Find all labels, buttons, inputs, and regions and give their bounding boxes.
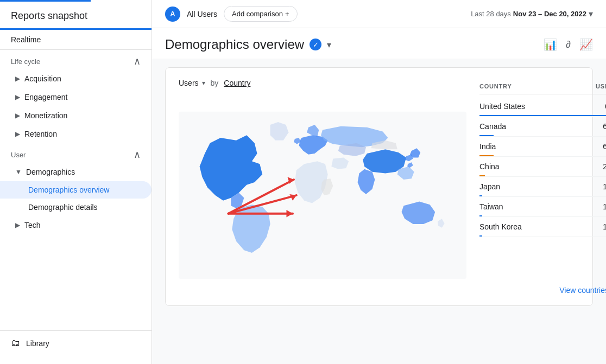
user-chevron: ∧ xyxy=(134,149,141,161)
sidebar-nav-item-demographics[interactable]: ▼ Demographics xyxy=(0,163,152,181)
sidebar-section-lifecycle[interactable]: Life cycle ∧ xyxy=(0,50,152,69)
trend-icon[interactable]: 📈 xyxy=(579,38,593,51)
lifecycle-chevron: ∧ xyxy=(134,55,141,67)
demographics-label: Demographics xyxy=(26,168,75,176)
view-countries-link[interactable]: View countries → xyxy=(479,277,606,295)
lifecycle-label: Life cycle xyxy=(11,58,40,66)
topbar-right: Last 28 days Nov 23 – Dec 20, 2022 ▾ xyxy=(471,9,593,19)
sidebar-nav-item-retention[interactable]: ▶ Retention xyxy=(0,125,152,143)
metric-dropdown-icon[interactable]: ▾ xyxy=(202,79,205,87)
country-bar xyxy=(479,115,606,116)
monetization-label: Monetization xyxy=(24,111,67,120)
chevron-right-icon: ▶ xyxy=(15,221,20,229)
country-bar xyxy=(479,175,485,176)
main-content: A All Users Add comparison + Last 28 day… xyxy=(152,0,606,364)
country-row: Taiwan1.2K xyxy=(479,197,606,217)
sidebar-header: Reports snapshot xyxy=(0,2,152,30)
engagement-label: Engagement xyxy=(24,93,67,101)
check-circle-icon: ✓ xyxy=(310,39,321,50)
by-label: by xyxy=(211,79,219,87)
country-bar xyxy=(479,135,494,136)
country-name: United States xyxy=(479,102,525,111)
sidebar-sub-item-demographic-details[interactable]: Demographic details xyxy=(0,199,152,216)
sidebar-library[interactable]: 🗂 Library xyxy=(0,330,152,355)
metric-label[interactable]: Users xyxy=(179,79,199,87)
country-row: India6.7K xyxy=(479,137,606,157)
sidebar-nav-item-monetization[interactable]: ▶ Monetization xyxy=(0,106,152,125)
dimension-label[interactable]: Country xyxy=(224,79,250,87)
country-table-header: COUNTRY USERS xyxy=(479,79,606,94)
map-selector: Users ▾ by Country xyxy=(179,79,466,87)
library-icon: 🗂 xyxy=(11,337,21,349)
tech-label: Tech xyxy=(24,221,41,229)
sidebar-nav-item-engagement[interactable]: ▶ Engagement xyxy=(0,88,152,106)
country-row: United States68K xyxy=(479,97,606,117)
acquisition-label: Acquisition xyxy=(24,74,61,83)
users-col-header: USERS xyxy=(596,83,606,90)
chevron-right-icon: ▶ xyxy=(15,130,20,138)
country-value: 6.7K xyxy=(603,142,606,151)
date-expand-icon[interactable]: ▾ xyxy=(589,9,593,19)
topbar: A All Users Add comparison + Last 28 day… xyxy=(152,0,606,28)
country-bar xyxy=(479,155,494,156)
country-name: Japan xyxy=(479,182,500,191)
country-row: Japan1.4K xyxy=(479,177,606,197)
country-rows-container: United States68KCanada6.9KIndia6.7KChina… xyxy=(479,97,606,237)
country-row: Canada6.9K xyxy=(479,117,606,137)
map-card: Users ▾ by Country xyxy=(165,67,593,306)
world-map-svg xyxy=(179,111,466,279)
chevron-right-icon: ▶ xyxy=(15,93,20,101)
country-value: 1.2K xyxy=(603,202,606,211)
demographics-overview-label: Demographics overview xyxy=(28,186,109,194)
country-value: 6.9K xyxy=(603,122,606,131)
country-name: China xyxy=(479,162,500,171)
country-name: India xyxy=(479,142,496,151)
map-section: Users ▾ by Country xyxy=(179,79,466,295)
add-comparison-button[interactable]: Add comparison + xyxy=(224,6,298,22)
sidebar-nav-item-tech[interactable]: ▶ Tech xyxy=(0,216,152,234)
page-actions: 📊 ∂ 📈 xyxy=(544,38,593,51)
share-icon[interactable]: ∂ xyxy=(566,39,571,50)
add-comparison-label: Add comparison xyxy=(232,10,283,18)
country-col-header: COUNTRY xyxy=(479,83,512,90)
page-title-row: Demographics overview ✓ ▾ xyxy=(165,37,331,52)
country-name: South Korea xyxy=(479,222,522,231)
sidebar-item-realtime[interactable]: Realtime xyxy=(0,30,152,50)
country-value: 2.5K xyxy=(603,162,606,171)
date-range: Nov 23 – Dec 20, 2022 xyxy=(513,10,586,18)
sidebar: Reports snapshot Realtime Life cycle ∧ ▶… xyxy=(0,0,152,364)
sidebar-nav-item-acquisition[interactable]: ▶ Acquisition xyxy=(0,69,152,88)
country-name: Taiwan xyxy=(479,202,503,211)
chevron-down-icon: ▼ xyxy=(15,168,22,176)
sidebar-section-user[interactable]: User ∧ xyxy=(0,143,152,163)
page-header: Demographics overview ✓ ▾ 📊 ∂ 📈 xyxy=(152,28,606,59)
user-badge: A xyxy=(165,7,180,22)
content-area: Users ▾ by Country xyxy=(152,59,606,364)
view-countries-label: View countries xyxy=(559,286,606,295)
world-map xyxy=(179,96,466,295)
demographic-details-label: Demographic details xyxy=(28,203,98,212)
country-bar xyxy=(479,215,482,216)
chart-icon[interactable]: 📊 xyxy=(544,38,557,51)
plus-icon: + xyxy=(285,10,289,18)
page-title-dropdown-icon[interactable]: ▾ xyxy=(327,40,331,50)
sidebar-sub-item-demographics-overview[interactable]: Demographics overview xyxy=(0,181,152,199)
country-bar xyxy=(479,235,482,237)
country-row: South Korea1.1K xyxy=(479,217,606,237)
country-bar xyxy=(479,195,482,196)
all-users-label: All Users xyxy=(187,10,217,18)
country-value: 1.4K xyxy=(603,182,606,191)
page-title: Demographics overview xyxy=(165,37,304,52)
retention-label: Retention xyxy=(24,130,57,138)
country-value: 1.1K xyxy=(603,222,606,231)
chevron-right-icon: ▶ xyxy=(15,112,20,119)
library-label: Library xyxy=(26,339,49,348)
chevron-right-icon: ▶ xyxy=(15,75,20,82)
country-row: China2.5K xyxy=(479,157,606,177)
country-name: Canada xyxy=(479,122,506,131)
user-label: User xyxy=(11,151,26,159)
topbar-left: A All Users Add comparison + xyxy=(165,6,298,22)
country-table: COUNTRY USERS United States68KCanada6.9K… xyxy=(466,79,606,295)
last-days-label: Last 28 days xyxy=(471,10,511,18)
